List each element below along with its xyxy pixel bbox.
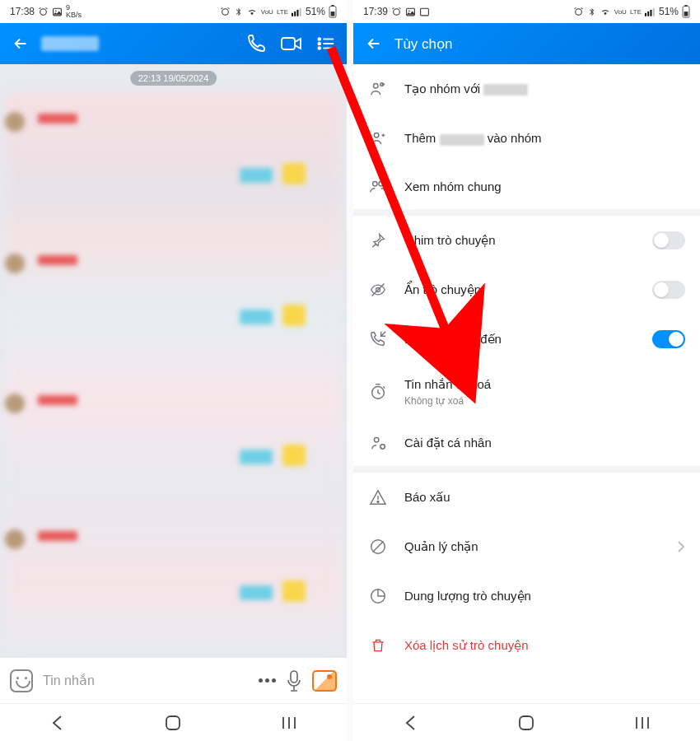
person-gear-icon xyxy=(368,433,388,453)
svg-rect-9 xyxy=(282,38,295,49)
svg-rect-5 xyxy=(300,7,301,16)
alarm-icon xyxy=(220,7,231,17)
svg-rect-7 xyxy=(331,12,335,16)
svg-rect-24 xyxy=(645,12,646,16)
incoming-call-row[interactable]: Báo cuộc gọi đến xyxy=(353,315,700,364)
back-nav-icon[interactable] xyxy=(50,715,65,731)
photo-icon[interactable] xyxy=(312,670,337,692)
contact-name[interactable] xyxy=(41,36,99,51)
pin-toggle[interactable] xyxy=(652,231,685,249)
signal-icon xyxy=(292,7,302,16)
image-icon xyxy=(405,7,416,17)
chat-header xyxy=(0,23,347,64)
android-nav-bar xyxy=(353,703,700,741)
block-manage-row[interactable]: Quản lý chặn xyxy=(353,522,700,571)
more-icon[interactable] xyxy=(259,678,276,683)
svg-rect-23 xyxy=(421,8,429,16)
svg-rect-4 xyxy=(296,9,298,16)
header-title: Tùy chọn xyxy=(394,35,452,53)
svg-point-34 xyxy=(373,182,378,187)
svg-rect-25 xyxy=(647,11,649,16)
bluetooth-icon xyxy=(234,7,243,17)
back-arrow-icon[interactable] xyxy=(12,35,30,53)
date-stamp: 22:13 19/05/2024 xyxy=(130,71,217,86)
home-nav-icon[interactable] xyxy=(165,715,181,731)
video-icon[interactable] xyxy=(281,35,302,53)
recents-nav-icon[interactable] xyxy=(281,715,297,730)
hide-chat-row[interactable]: Ẩn trò chuyện xyxy=(353,265,700,315)
home-nav-icon[interactable] xyxy=(518,715,534,731)
battery-icon xyxy=(329,5,337,18)
svg-point-33 xyxy=(374,133,379,138)
menu-list-icon[interactable] xyxy=(317,35,335,52)
wifi-icon xyxy=(600,7,611,16)
clock-text: 17:39 xyxy=(363,6,388,17)
message-input[interactable]: Tin nhắn xyxy=(43,673,249,688)
svg-point-31 xyxy=(374,84,379,89)
pin-chat-row[interactable]: Ghim trò chuyện xyxy=(353,216,700,265)
delete-history-row[interactable]: Xóa lịch sử trò chuyện xyxy=(353,621,700,670)
pie-icon xyxy=(368,586,388,606)
hide-toggle[interactable] xyxy=(652,281,685,299)
svg-point-22 xyxy=(408,10,410,12)
clock-text: 17:38 xyxy=(10,6,35,17)
eye-off-icon xyxy=(368,280,388,300)
phone-icon[interactable] xyxy=(246,34,266,54)
svg-rect-46 xyxy=(520,716,533,729)
option-label: Báo xấu xyxy=(404,490,685,505)
call-toggle[interactable] xyxy=(652,330,685,348)
option-label: Ghim trò chuyện xyxy=(404,233,636,248)
option-label: Thêm vào nhóm xyxy=(404,131,685,145)
chat-body[interactable]: 22:13 19/05/2024 xyxy=(0,64,347,657)
option-label: Ẩn trò chuyện xyxy=(404,282,636,297)
svg-point-12 xyxy=(318,43,320,45)
option-label: Quản lý chặn xyxy=(404,539,660,554)
group-add-icon xyxy=(368,79,388,99)
sticker-icon[interactable] xyxy=(10,669,33,692)
svg-point-42 xyxy=(377,501,379,503)
options-list[interactable]: Tạo nhóm với Thêm vào nhóm Xem nhóm chun… xyxy=(353,64,700,703)
message-input-bar: Tin nhắn xyxy=(0,657,347,703)
alarm-icon xyxy=(38,7,49,17)
report-row[interactable]: Báo xấu xyxy=(353,473,700,522)
block-icon xyxy=(368,537,388,557)
auto-delete-row[interactable]: Tin nhắn tự xoá Không tự xoá xyxy=(353,364,700,420)
svg-rect-27 xyxy=(653,7,655,16)
back-arrow-icon[interactable] xyxy=(365,35,383,53)
option-label: Dung lượng trò chuyện xyxy=(404,589,685,604)
person-add-icon xyxy=(368,128,388,148)
svg-point-1 xyxy=(55,10,57,12)
chevron-right-icon xyxy=(677,540,685,553)
option-label: Tin nhắn tự xoá Không tự xoá xyxy=(404,377,685,407)
image-icon xyxy=(419,7,430,17)
group-icon xyxy=(368,176,388,196)
options-header: Tùy chọn xyxy=(353,23,700,64)
status-bar: 17:38 9KB/s VoU LTE 51% xyxy=(0,0,347,23)
svg-rect-8 xyxy=(331,5,334,7)
common-groups-row[interactable]: Xem nhóm chung xyxy=(353,163,700,216)
option-label: Xem nhóm chung xyxy=(404,179,685,193)
storage-row[interactable]: Dung lượng trò chuyện xyxy=(353,571,700,621)
call-in-icon xyxy=(368,329,388,349)
wifi-icon xyxy=(246,7,258,16)
option-label: Xóa lịch sử trò chuyện xyxy=(404,638,685,653)
add-to-group-row[interactable]: Thêm vào nhóm xyxy=(353,114,700,163)
pin-icon xyxy=(368,231,388,250)
android-nav-bar xyxy=(0,703,347,741)
warning-icon xyxy=(368,487,388,507)
back-nav-icon[interactable] xyxy=(404,715,418,731)
personal-settings-row[interactable]: Cài đặt cá nhân xyxy=(353,420,700,473)
recents-nav-icon[interactable] xyxy=(634,715,651,730)
create-group-row[interactable]: Tạo nhóm với xyxy=(353,64,700,114)
option-label: Cài đặt cá nhân xyxy=(404,436,685,450)
svg-rect-30 xyxy=(684,5,687,7)
svg-point-10 xyxy=(318,38,320,40)
svg-rect-26 xyxy=(650,9,651,16)
timer-icon xyxy=(368,382,388,402)
svg-rect-17 xyxy=(166,716,180,729)
bluetooth-icon xyxy=(587,7,596,17)
mic-icon[interactable] xyxy=(286,670,302,692)
image-icon xyxy=(52,7,63,17)
svg-rect-16 xyxy=(291,671,297,683)
alarm-icon xyxy=(391,7,402,17)
